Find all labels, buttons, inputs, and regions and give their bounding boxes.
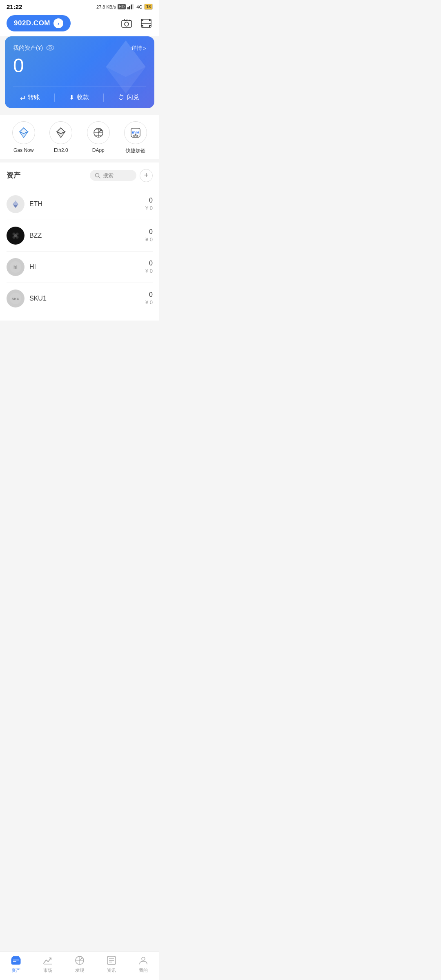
hd-badge: HD [118,4,126,9]
svg-point-33 [100,129,102,131]
svg-line-39 [99,176,100,178]
hi-coin-amounts: 0 ¥ 0 [145,260,153,274]
status-icons: 27.8 KB/s HD 4G 18 [96,4,153,10]
svg-rect-6 [125,19,127,20]
search-icon [95,173,100,178]
eth2-icon-container [49,121,72,144]
sku1-balance: 0 [145,291,153,298]
dapp-icon-container [87,121,110,144]
quick-action-gas-now[interactable]: Gas Now [12,121,35,154]
svg-point-21 [47,45,54,50]
asset-label-text: 我的资产(¥) [13,45,43,52]
eye-icon[interactable] [46,45,54,52]
transfer-icon: ⇄ [20,94,25,101]
bzz-coin-amounts: 0 ¥ 0 [145,228,153,243]
brand-name: 902D.COM [14,19,50,27]
svg-text:EVM: EVM [132,131,140,134]
asset-list: ETH 0 ¥ 0 BZZ 0 ¥ 0 [7,189,153,314]
app-header: 902D.COM › [0,12,159,36]
asset-item-hi[interactable]: hi HI 0 ¥ 0 [7,252,153,283]
transfer-button[interactable]: ⇄ 转账 [20,94,40,101]
assets-header: 资产 + [7,169,153,182]
svg-rect-0 [127,7,129,9]
svg-marker-28 [57,128,65,134]
hi-coin-name: HI [29,263,140,271]
hi-balance: 0 [145,260,153,267]
bzz-coin-icon [7,227,24,245]
quick-actions: Gas Now Eth2.0 DApp [0,115,159,159]
quick-action-quick-chain[interactable]: EVM 快捷加链 [124,121,147,154]
sku1-fiat: ¥ 0 [145,299,153,305]
page-bottom-spacer [0,321,159,353]
camera-add-icon[interactable] [120,17,133,30]
brand-arrow-icon: › [53,18,63,28]
svg-rect-1 [129,6,130,9]
quick-chain-icon-container: EVM [124,121,147,144]
asset-item-sku1[interactable]: SKU SKU1 0 ¥ 0 [7,283,153,314]
svg-rect-3 [132,4,134,9]
search-input[interactable] [103,172,131,178]
dapp-label: DApp [92,147,105,153]
eth-coin-name: ETH [29,200,140,208]
svg-point-5 [125,22,129,26]
status-time: 21:22 [7,3,22,10]
transfer-label: 转账 [28,94,40,101]
speed-indicator: 27.8 KB/s [96,4,116,9]
eth2-label: Eth2.0 [54,147,68,153]
bzz-coin-name: BZZ [29,232,140,239]
eth-coin-icon [7,195,24,213]
header-actions [120,17,153,30]
asset-card: 我的资产(¥) 详情 > 0 ⇄ 转账 ⬇ 收款 ⏱ 闪兑 [5,36,154,108]
assets-title: 资产 [7,171,20,180]
signal-icon [127,4,135,10]
quick-chain-label: 快捷加链 [126,147,145,154]
gas-now-icon-container [12,121,35,144]
bzz-balance: 0 [145,228,153,236]
quick-action-dapp[interactable]: DApp [87,121,110,154]
divider-1 [54,94,55,102]
bzz-fiat: ¥ 0 [145,236,153,243]
search-input-wrap[interactable] [90,170,136,181]
receive-icon: ⬇ [69,94,74,101]
assets-section: 资产 + ETH [0,163,159,321]
sku1-coin-icon: SKU [7,290,24,307]
search-bar: + [90,169,153,182]
receive-label: 收款 [77,94,89,101]
scan-icon[interactable] [140,17,153,30]
receive-button[interactable]: ⬇ 收款 [69,94,89,101]
svg-point-49 [14,234,17,237]
asset-item-bzz[interactable]: BZZ 0 ¥ 0 [7,220,153,252]
asset-label: 我的资产(¥) [13,45,54,52]
divider-2 [103,94,104,102]
svg-text:SKU: SKU [11,297,19,301]
eth-coin-amounts: 0 ¥ 0 [145,197,153,211]
eth-fiat: ¥ 0 [145,205,153,211]
eth-balance: 0 [145,197,153,204]
asset-item-eth[interactable]: ETH 0 ¥ 0 [7,189,153,220]
brand-button[interactable]: 902D.COM › [7,15,71,31]
svg-text:hi: hi [13,265,18,270]
gas-now-label: Gas Now [13,147,33,153]
hi-coin-icon: hi [7,258,24,276]
sku1-coin-amounts: 0 ¥ 0 [145,291,153,305]
network-type: 4G [136,4,143,9]
battery-indicator: 18 [144,4,153,10]
eth-watermark [105,40,146,95]
hi-fiat: ¥ 0 [145,268,153,274]
status-bar: 21:22 27.8 KB/s HD 4G 18 [0,0,159,12]
sku1-coin-name: SKU1 [29,295,140,302]
svg-marker-25 [20,128,28,134]
add-asset-button[interactable]: + [140,169,153,182]
svg-rect-2 [131,4,132,9]
svg-point-22 [49,47,51,49]
quick-action-eth2[interactable]: Eth2.0 [49,121,72,154]
